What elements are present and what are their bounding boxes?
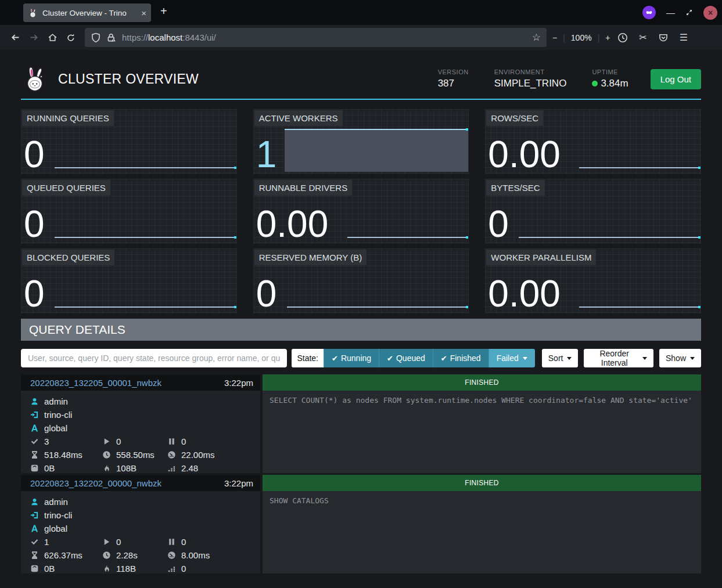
page-header: CLUSTER OVERVIEW VERSION 387 ENVIRONMENT… [21, 50, 701, 100]
execution-time: 8.00ms [181, 550, 210, 560]
check-icon: ✔ [441, 354, 447, 363]
query-id-link[interactable]: 20220823_132202_00000_nwbzk [30, 478, 224, 488]
pause-icon [167, 437, 176, 446]
gauge-icon [167, 551, 176, 560]
current-memory: 0B [44, 463, 55, 473]
completed-splits: 1 [44, 537, 49, 547]
back-button[interactable] [6, 28, 24, 47]
logout-button[interactable]: Log Out [651, 69, 701, 89]
stat-label: BLOCKED QUERIES [22, 250, 114, 265]
play-icon [102, 437, 111, 446]
reorder-interval-dropdown[interactable]: Reorder Interval [584, 349, 653, 367]
stat-label: RUNNING QUERIES [22, 110, 114, 126]
stat-label: ROWS/SEC [486, 110, 543, 126]
wall-time: 626.37ms [44, 550, 82, 560]
bookmark-star-icon[interactable]: ☆ [532, 31, 541, 44]
cpu-time: 2.28s [116, 550, 138, 560]
window-close-button[interactable]: × [703, 6, 717, 20]
lock-warning-icon[interactable] [106, 33, 117, 43]
sparkline [579, 167, 700, 168]
sparkline [347, 237, 468, 238]
completed-splits: 3 [44, 437, 49, 446]
sort-dropdown[interactable]: Sort [542, 349, 579, 367]
cumulative-memory: 0 [181, 564, 186, 573]
stat-label: RUNNABLE DRIVERS [254, 180, 353, 196]
running-splits: 0 [116, 537, 121, 547]
query-info: admin trino-cli global 1 0 0 626.37ms 2.… [21, 491, 260, 573]
scale-icon [30, 564, 39, 573]
stats-grid: RUNNING QUERIES 0 ACTIVE WORKERS 1 ROWS/… [21, 109, 701, 313]
zoom-level[interactable]: 100% [571, 33, 592, 42]
wall-time: 518.48ms [44, 450, 82, 460]
query-text: SELECT COUNT(*) as nodes FROM system.run… [263, 391, 701, 473]
browser-tab[interactable]: Cluster Overview - Trino × [23, 3, 151, 22]
uptime-block: UPTIME 3.84m [592, 68, 628, 89]
fire-icon [102, 464, 111, 472]
check-icon [30, 437, 39, 446]
toolbar-icons: ✂ ☰ [617, 32, 689, 43]
query-source: trino-cli [44, 510, 72, 520]
browser-window: Cluster Overview - Trino × + — × https:/… [0, 0, 722, 588]
clock-icon [102, 551, 111, 560]
stat-value: 0.00 [488, 275, 561, 312]
hourglass-icon [30, 450, 39, 459]
stat-card-runnable-drivers: RUNNABLE DRIVERS 0.00 [253, 179, 469, 244]
log-in-icon [30, 410, 39, 419]
query-state-badge: FINISHED [263, 475, 701, 491]
zoom-in-button[interactable]: + [605, 33, 610, 42]
stat-label: WORKER PARALLELISM [486, 250, 596, 265]
screenshot-scissors-icon[interactable]: ✂ [637, 32, 648, 43]
stat-value: 1 [256, 136, 277, 173]
trino-logo [21, 64, 49, 93]
window-minimize-button[interactable]: — [666, 8, 675, 17]
state-label: State: [292, 349, 324, 367]
gauge-icon [167, 450, 176, 459]
query-search-input[interactable] [21, 349, 287, 367]
stat-value: 0 [24, 136, 45, 173]
window-restore-button[interactable] [685, 9, 693, 16]
environment-value: SIMPLE_TRINO [494, 78, 567, 89]
stat-card-worker-parallelism: WORKER PARALLELISM 0.00 [485, 248, 701, 313]
tracking-shield-icon[interactable] [91, 33, 101, 43]
stat-label: RESERVED MEMORY (B) [254, 250, 367, 265]
stat-card-running-queries: RUNNING QUERIES 0 [21, 109, 237, 174]
forward-button[interactable] [24, 28, 43, 47]
query-id-link[interactable]: 20220823_132205_00001_nwbzk [30, 378, 224, 388]
pocket-icon[interactable] [658, 32, 669, 43]
show-dropdown[interactable]: Show [659, 349, 701, 367]
stat-card-rows-sec: ROWS/SEC 0.00 [485, 109, 701, 174]
stat-label: ACTIVE WORKERS [254, 110, 343, 126]
query-state-badge: FINISHED [263, 374, 701, 391]
query-user: admin [44, 497, 68, 507]
window-controls: — × [642, 0, 717, 25]
fire-icon [102, 564, 111, 573]
environment-label: ENVIRONMENT [494, 68, 567, 75]
sparkline [55, 167, 236, 168]
state-filter-queued[interactable]: ✔Queued [379, 349, 433, 367]
query-header: 20220823_132205_00001_nwbzk 3:22pm [21, 374, 260, 391]
menu-hamburger-icon[interactable]: ☰ [678, 32, 689, 43]
query-row: 20220823_132202_00000_nwbzk 3:22pm admin… [21, 475, 701, 573]
query-time: 3:22pm [224, 378, 253, 388]
zoom-controls: − | 100% | + [552, 33, 610, 42]
zoom-out-button[interactable]: − [552, 33, 557, 42]
equalizer-bars-icon [167, 564, 176, 573]
url-bar[interactable]: https://localhost:8443/ui/ ☆ [85, 28, 547, 47]
state-filter-running[interactable]: ✔Running [324, 349, 379, 367]
query-source: trino-cli [44, 410, 72, 420]
state-filter-failed-dropdown[interactable]: Failed [488, 349, 535, 367]
query-header: 20220823_132202_00000_nwbzk 3:22pm [21, 475, 260, 491]
pause-icon [167, 538, 176, 546]
font-icon [30, 524, 39, 533]
queued-splits: 0 [181, 537, 186, 547]
home-button[interactable] [43, 28, 62, 47]
reload-button[interactable] [62, 28, 80, 47]
cluster-meta: VERSION 387 ENVIRONMENT SIMPLE_TRINO UPT… [438, 68, 628, 89]
user-icon [30, 397, 39, 406]
tab-close-icon[interactable]: × [141, 8, 146, 18]
state-filter-finished[interactable]: ✔Finished [433, 349, 488, 367]
page-title: CLUSTER OVERVIEW [58, 71, 438, 87]
history-icon[interactable] [617, 32, 628, 43]
new-tab-button[interactable]: + [160, 5, 167, 18]
stat-value: 0.00 [256, 205, 329, 243]
